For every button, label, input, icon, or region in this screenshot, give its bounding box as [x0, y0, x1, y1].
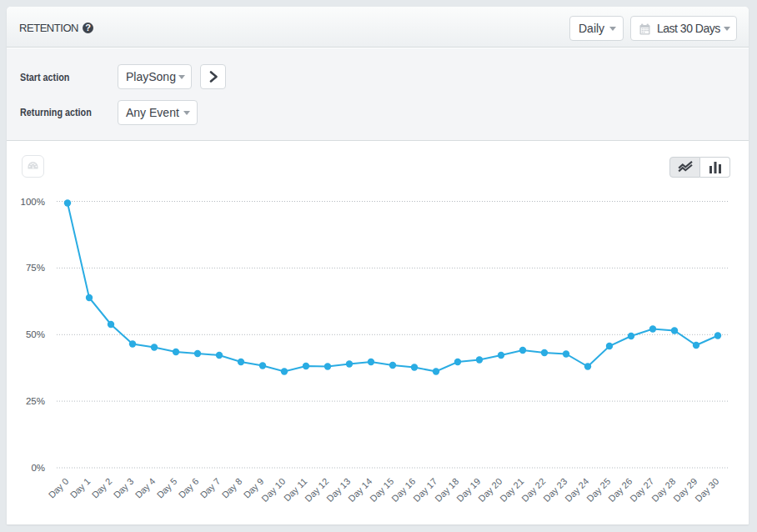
svg-text:Day 8: Day 8 — [220, 476, 244, 500]
svg-text:Day 7: Day 7 — [198, 476, 223, 500]
svg-text:Day 10: Day 10 — [259, 476, 287, 504]
svg-text:Day 5: Day 5 — [155, 476, 179, 500]
svg-text:Day 3: Day 3 — [112, 476, 136, 500]
svg-text:75%: 75% — [26, 263, 45, 273]
svg-text:Day 4: Day 4 — [133, 476, 158, 500]
svg-text:Day 2: Day 2 — [90, 476, 114, 500]
svg-text:25%: 25% — [26, 396, 45, 406]
svg-text:100%: 100% — [21, 197, 45, 207]
svg-text:Day 6: Day 6 — [177, 476, 201, 500]
svg-text:Day 0: Day 0 — [47, 476, 71, 500]
svg-text:0%: 0% — [31, 463, 45, 473]
svg-text:Day 30: Day 30 — [693, 476, 720, 504]
svg-text:50%: 50% — [26, 329, 45, 339]
svg-text:Day 1: Day 1 — [68, 476, 93, 500]
